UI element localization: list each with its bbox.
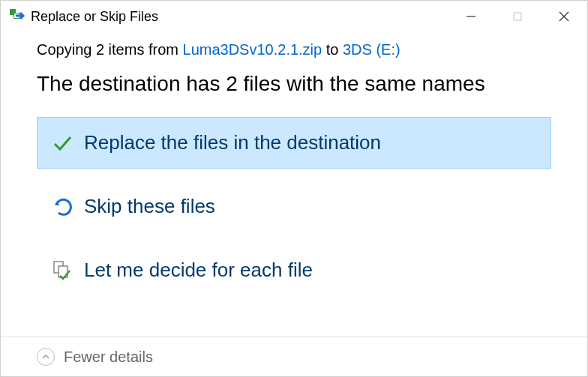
chevron-up-icon[interactable] [37, 348, 55, 366]
status-middle: to [322, 41, 343, 58]
status-line: Copying 2 items from Luma3DSv10.2.1.zip … [37, 41, 551, 58]
skip-label: Skip these files [84, 195, 215, 218]
details-toggle[interactable]: Fewer details [64, 349, 153, 366]
replace-label: Replace the files in the destination [84, 131, 381, 154]
app-icon [10, 7, 25, 26]
titlebar: Replace or Skip Files [1, 1, 587, 32]
decide-label: Let me decide for each file [84, 259, 313, 282]
maximize-button [494, 1, 541, 32]
skip-option[interactable]: Skip these files [37, 181, 551, 232]
status-prefix: Copying 2 items from [37, 41, 183, 58]
svg-rect-4 [514, 13, 521, 20]
checkmark-icon [50, 133, 75, 154]
window-title: Replace or Skip Files [31, 9, 158, 25]
replace-option[interactable]: Replace the files in the destination [37, 117, 551, 169]
content: Copying 2 items from Luma3DSv10.2.1.zip … [1, 32, 587, 337]
conflict-heading: The destination has 2 files with the sam… [37, 72, 551, 96]
undo-icon [50, 196, 75, 217]
source-link[interactable]: Luma3DSv10.2.1.zip [183, 41, 322, 58]
close-button[interactable] [541, 1, 587, 32]
footer: Fewer details [1, 337, 587, 376]
window-controls [448, 1, 587, 32]
compare-files-icon [50, 260, 75, 281]
destination-link[interactable]: 3DS (E:) [343, 41, 400, 58]
decide-option[interactable]: Let me decide for each file [37, 244, 551, 296]
minimize-button[interactable] [448, 1, 494, 32]
options-list: Replace the files in the destination Ski… [37, 117, 551, 296]
